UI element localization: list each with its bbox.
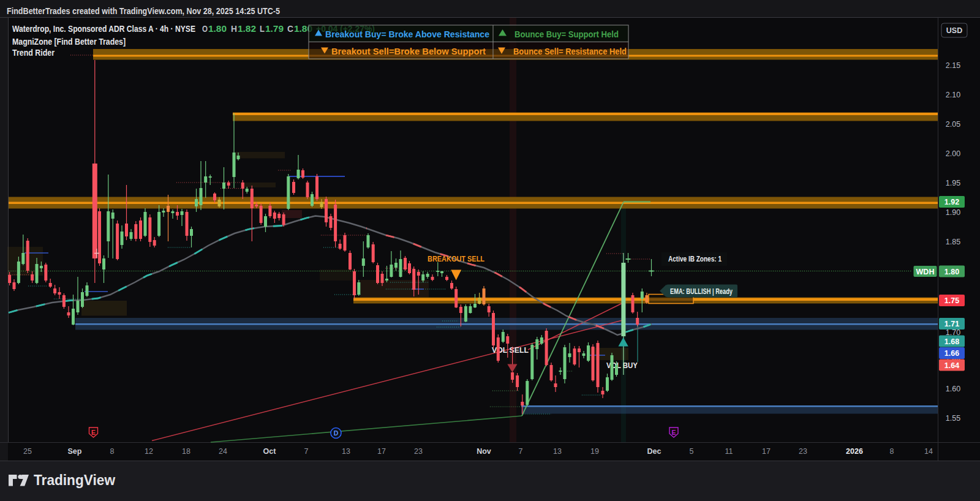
svg-text:1.75: 1.75 <box>944 296 959 305</box>
svg-text:Nov: Nov <box>477 447 491 456</box>
svg-text:1.60: 1.60 <box>946 385 960 393</box>
svg-text:17: 17 <box>762 447 771 456</box>
svg-text:Trend Rider: Trend Rider <box>12 47 55 58</box>
svg-text:USD: USD <box>946 26 962 35</box>
svg-text:1.68: 1.68 <box>944 337 959 346</box>
svg-text:24: 24 <box>219 447 227 456</box>
svg-text:5: 5 <box>690 447 694 456</box>
svg-text:7: 7 <box>519 447 523 456</box>
svg-text:MagniZone [Find Better Trades]: MagniZone [Find Better Trades] <box>12 36 126 47</box>
svg-text:7: 7 <box>304 447 309 456</box>
svg-text:Dec: Dec <box>647 447 662 456</box>
svg-text:2.10: 2.10 <box>946 91 960 99</box>
svg-text:18: 18 <box>182 447 190 456</box>
svg-text:1.80: 1.80 <box>944 268 959 276</box>
svg-text:1.85: 1.85 <box>946 238 960 246</box>
svg-text:25: 25 <box>23 447 32 456</box>
svg-text:C: C <box>287 23 293 34</box>
svg-text:WDH: WDH <box>916 268 935 276</box>
svg-text:1.80: 1.80 <box>208 23 227 34</box>
svg-text:2.15: 2.15 <box>946 61 960 70</box>
svg-text:23: 23 <box>799 447 807 456</box>
svg-text:Active IB Zones: 1: Active IB Zones: 1 <box>668 255 722 263</box>
svg-text:E: E <box>671 429 676 436</box>
svg-text:8: 8 <box>110 447 115 456</box>
svg-text:17: 17 <box>377 447 386 456</box>
svg-text:13: 13 <box>553 447 562 456</box>
svg-text:1.66: 1.66 <box>944 349 959 358</box>
svg-text:FindBetterTrades created with: FindBetterTrades created with TradingVie… <box>7 6 280 16</box>
svg-text:2.05: 2.05 <box>946 120 960 129</box>
svg-text:1.79: 1.79 <box>265 23 284 34</box>
svg-text:Waterdrop, Inc. Sponsored ADR: Waterdrop, Inc. Sponsored ADR Class A · … <box>12 23 195 34</box>
svg-text:1.55: 1.55 <box>946 414 960 423</box>
svg-text:O: O <box>202 23 208 34</box>
svg-text:D: D <box>334 429 339 437</box>
svg-text:12: 12 <box>145 447 153 456</box>
svg-text:Breakout Sell=Broke Below Supp: Breakout Sell=Broke Below Support <box>331 46 486 56</box>
svg-text:BREAKOUT SELL: BREAKOUT SELL <box>428 254 484 263</box>
svg-text:1.82: 1.82 <box>238 23 256 34</box>
svg-text:8: 8 <box>890 447 894 456</box>
svg-text:23: 23 <box>414 447 423 456</box>
svg-text:Bounce Buy= Support Held: Bounce Buy= Support Held <box>514 29 619 39</box>
svg-text:1.95: 1.95 <box>946 179 960 187</box>
svg-text:L: L <box>260 23 265 34</box>
svg-text:1.92: 1.92 <box>944 198 959 206</box>
svg-text:1.64: 1.64 <box>944 361 959 370</box>
svg-text:1.71: 1.71 <box>944 320 959 328</box>
svg-text:Oct: Oct <box>263 447 277 456</box>
svg-text:TradingView: TradingView <box>34 472 115 488</box>
svg-text:2026: 2026 <box>846 447 863 456</box>
svg-text:13: 13 <box>342 447 350 456</box>
svg-text:E: E <box>91 429 96 436</box>
svg-text:Sep: Sep <box>68 447 82 456</box>
svg-text:2.00: 2.00 <box>946 149 960 158</box>
svg-text:H: H <box>231 23 237 34</box>
svg-text:14: 14 <box>924 447 933 456</box>
svg-text:Bounce Sell= Resistance Held: Bounce Sell= Resistance Held <box>513 46 627 56</box>
svg-text:Breakout Buy= Broke Above Resi: Breakout Buy= Broke Above Resistance <box>325 29 489 39</box>
svg-text:11: 11 <box>725 447 733 456</box>
svg-text:1.90: 1.90 <box>946 208 960 217</box>
svg-text:EMA: BULLISH | Ready: EMA: BULLISH | Ready <box>670 287 733 296</box>
svg-text:19: 19 <box>590 447 599 456</box>
